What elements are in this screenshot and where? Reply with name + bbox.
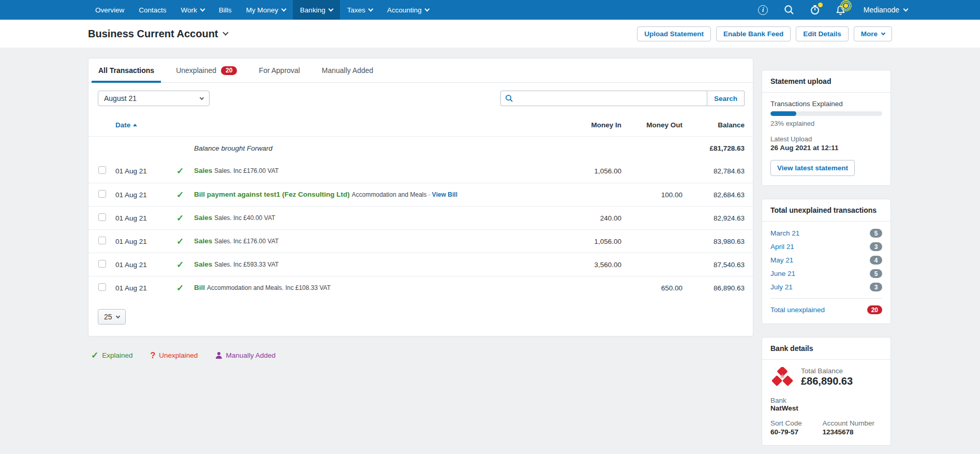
- row-date: 01 Aug 21: [115, 191, 176, 199]
- transaction-title-link[interactable]: Sales: [194, 260, 212, 268]
- month-link[interactable]: March 21: [770, 229, 799, 237]
- page-header: Business Current Account Upload Statemen…: [0, 20, 980, 48]
- money-out-value: 100.00: [622, 191, 684, 199]
- statement-upload-panel: Statement upload Transactions Explained …: [762, 70, 891, 186]
- account-number-value: 12345678: [822, 428, 882, 436]
- row-date: 01 Aug 21: [115, 261, 176, 269]
- row-checkbox[interactable]: [98, 213, 106, 221]
- edit-details-button[interactable]: Edit Details: [796, 26, 849, 41]
- search-button[interactable]: Search: [707, 91, 745, 106]
- explained-progress-bar: [770, 111, 882, 116]
- sidebar: Statement upload Transactions Explained …: [762, 70, 891, 454]
- legend-explained: ✓ Explained: [91, 350, 133, 361]
- explained-check-icon: ✓: [91, 350, 98, 361]
- panel-title: Statement upload: [762, 70, 890, 93]
- nav-item-label: My Money: [246, 6, 278, 14]
- transaction-title-link[interactable]: Sales: [194, 237, 212, 245]
- row-checkbox[interactable]: [98, 166, 106, 174]
- explained-check-icon: ✓: [176, 283, 184, 293]
- tab[interactable]: Manually Added: [315, 58, 380, 82]
- row-date: 01 Aug 21: [115, 167, 176, 175]
- natwest-logo: [770, 367, 794, 389]
- timer-icon[interactable]: [809, 4, 821, 16]
- more-button[interactable]: More: [854, 26, 892, 41]
- unexplained-question-icon: ?: [151, 351, 156, 360]
- page-size-select[interactable]: 25: [98, 309, 126, 325]
- month-row: June 21 5: [770, 269, 882, 278]
- transaction-title-link[interactable]: Bill payment against test1 (Fez Consulti…: [194, 191, 350, 198]
- search-group: Search: [500, 91, 745, 106]
- nav-item[interactable]: Bills: [212, 0, 239, 20]
- tab-label: Manually Added: [322, 66, 374, 75]
- nav-item[interactable]: Accounting: [380, 0, 436, 20]
- explained-check-icon: ✓: [176, 237, 184, 246]
- row-checkbox[interactable]: [98, 190, 106, 198]
- transaction-detail: Accommodation and Meals. Inc £108.33 VAT: [207, 284, 331, 291]
- table-row: 01 Aug 21 ✓ SalesSales. Inc £176.00 VAT …: [88, 229, 753, 253]
- month-link[interactable]: May 21: [770, 256, 793, 264]
- nav-menu: Overview Contacts Work Bills My Money: [88, 0, 436, 20]
- nav-item[interactable]: Contacts: [131, 0, 173, 20]
- help-info-icon[interactable]: i: [757, 4, 769, 16]
- search-icon[interactable]: [783, 4, 795, 16]
- nav-item[interactable]: Overview: [88, 0, 131, 20]
- transaction-title-link[interactable]: Bill: [194, 284, 205, 291]
- sort-by-date[interactable]: Date: [115, 121, 176, 129]
- nav-item[interactable]: Banking: [293, 0, 340, 20]
- sort-code-value: 60-79-57: [770, 428, 822, 436]
- enable-bank-feed-button[interactable]: Enable Bank Feed: [716, 26, 791, 41]
- tab-label: For Approval: [259, 66, 300, 75]
- explained-check-icon: ✓: [176, 166, 184, 176]
- tab[interactable]: All Transactions: [92, 58, 161, 82]
- month-link[interactable]: June 21: [770, 270, 795, 277]
- chevron-down-icon: [424, 6, 429, 11]
- transaction-title-link[interactable]: Sales: [194, 214, 212, 222]
- view-bill-link[interactable]: View Bill: [432, 191, 457, 198]
- month-row: May 21 4: [770, 256, 882, 265]
- month-count-badge: 5: [870, 269, 882, 278]
- row-checkbox[interactable]: [98, 283, 106, 291]
- progress-label: Transactions Explained: [770, 100, 882, 108]
- account-menu[interactable]: Medianode: [864, 6, 908, 14]
- account-number-label: Account Number: [822, 419, 882, 427]
- unexplained-transactions-panel: Total unexplained transactions March 21 …: [762, 199, 891, 324]
- transaction-detail: Sales. Inc £40.00 VAT: [214, 214, 275, 222]
- table-row: 01 Aug 21 ✓ SalesSales. Inc £176.00 VAT …: [88, 159, 753, 183]
- chevron-down-icon: [328, 6, 333, 11]
- balance-value: 82,684.63: [684, 191, 753, 199]
- search-input[interactable]: [500, 91, 707, 106]
- nav-item[interactable]: My Money: [239, 0, 293, 20]
- row-checkbox[interactable]: [98, 260, 106, 268]
- bell-icon[interactable]: [835, 4, 847, 16]
- chevron-down-icon: [368, 6, 373, 11]
- tab-bar: All Transactions Unexplained 20 For Appr…: [88, 58, 753, 83]
- header-actions: Upload Statement Enable Bank Feed Edit D…: [637, 26, 892, 41]
- nav-item-label: Bills: [219, 6, 232, 14]
- account-title-dropdown[interactable]: Business Current Account: [88, 28, 228, 40]
- transaction-detail: Sales. Inc £593.33 VAT: [214, 261, 278, 268]
- tab[interactable]: Unexplained 20: [169, 58, 244, 82]
- month-link[interactable]: July 21: [770, 283, 793, 291]
- sort-code-label: Sort Code: [770, 419, 822, 427]
- tab[interactable]: For Approval: [252, 58, 306, 82]
- bank-details-panel: Bank details Total Balance: [762, 337, 891, 446]
- money-in-value: 3,560.00: [561, 261, 622, 269]
- bell-alert-rings: [840, 0, 852, 11]
- total-unexplained-link[interactable]: Total unexplained: [770, 306, 825, 314]
- tab-label: All Transactions: [98, 66, 154, 75]
- row-checkbox[interactable]: [98, 237, 106, 244]
- bank-label: Bank: [770, 397, 882, 404]
- person-icon: [215, 352, 222, 359]
- balance-value: 87,540.63: [684, 261, 753, 269]
- nav-item[interactable]: Taxes: [340, 0, 380, 20]
- column-balance: Balance: [684, 121, 753, 129]
- transaction-title-link[interactable]: Sales: [194, 167, 212, 174]
- upload-statement-button[interactable]: Upload Statement: [637, 26, 711, 41]
- nav-item[interactable]: Work: [174, 0, 212, 20]
- page-title: Business Current Account: [88, 28, 218, 40]
- view-latest-statement-button[interactable]: View latest statement: [770, 160, 855, 176]
- month-row: July 21 3: [770, 283, 882, 291]
- period-select[interactable]: August 21: [98, 91, 210, 106]
- month-link[interactable]: April 21: [770, 243, 794, 251]
- transaction-detail: Sales. Inc £176.00 VAT: [214, 238, 278, 245]
